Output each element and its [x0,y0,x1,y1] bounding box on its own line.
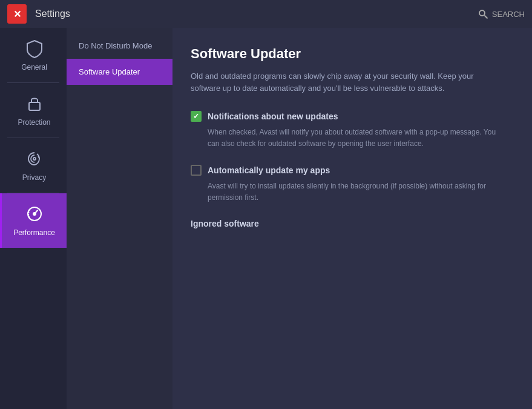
sidebar-performance-label: Performance [13,228,55,237]
fingerprint-icon [25,149,44,168]
option-auto-update-header: Automatically update my apps [191,165,514,176]
submenu-panel: Do Not Disturb Mode Software Updater [67,28,172,409]
content-title: Software Updater [191,46,514,62]
sidebar-item-protection[interactable]: Protection [0,83,67,138]
svg-line-1 [484,15,487,18]
sidebar: General Protection Privacy [0,28,67,409]
search-button[interactable]: SEARCH [478,8,525,19]
option-auto-update-description: Avast will try to install updates silent… [191,181,499,203]
option-notifications-description: When checked, Avast will notify you abou… [191,127,499,149]
content-description: Old and outdated programs can slowly chi… [191,70,505,94]
svg-point-4 [33,213,36,215]
svg-point-0 [479,10,485,16]
sidebar-general-label: General [21,63,47,71]
close-icon: ✕ [13,8,21,20]
svg-rect-2 [29,102,40,110]
lock-icon [25,94,44,113]
title-bar: ✕ Settings SEARCH [0,0,532,28]
sidebar-protection-label: Protection [18,118,50,127]
submenu-software-updater-label: Software Updater [79,67,140,76]
close-button[interactable]: ✕ [7,4,27,24]
checkmark-icon: ✓ [193,113,199,120]
submenu-do-not-disturb-label: Do Not Disturb Mode [79,41,152,50]
option-notifications-header: ✓ Notifications about new updates [191,111,514,122]
ignored-software-link[interactable]: Ignored software [191,219,514,228]
option-auto-update-title: Automatically update my apps [208,165,330,175]
speedometer-icon [25,204,44,224]
shield-icon [25,39,44,58]
sidebar-item-privacy[interactable]: Privacy [0,138,67,193]
option-notifications-title: Notifications about new updates [208,111,338,121]
sidebar-item-general[interactable]: General [0,28,67,82]
search-icon [478,8,488,19]
checkbox-notifications[interactable]: ✓ [191,111,202,122]
sidebar-privacy-label: Privacy [22,173,46,182]
sidebar-item-performance[interactable]: Performance [0,193,67,248]
content-area: Software Updater Old and outdated progra… [172,28,532,409]
option-auto-update: Automatically update my apps Avast will … [191,165,514,203]
main-container: General Protection Privacy [0,28,532,409]
option-notifications: ✓ Notifications about new updates When c… [191,111,514,149]
submenu-do-not-disturb[interactable]: Do Not Disturb Mode [67,33,172,59]
submenu-software-updater[interactable]: Software Updater [67,59,172,85]
search-label: SEARCH [492,10,525,19]
checkbox-auto-update[interactable] [191,165,202,176]
app-title: Settings [35,8,478,19]
